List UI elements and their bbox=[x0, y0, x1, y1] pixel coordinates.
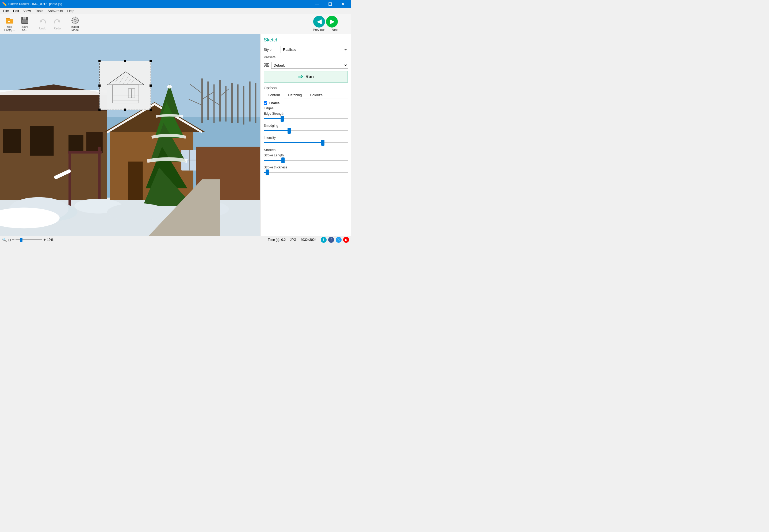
previous-label: Previous bbox=[313, 28, 325, 32]
presets-selector-row: Default Light Heavy Custom bbox=[264, 62, 348, 69]
toolbar-separator-1 bbox=[34, 17, 34, 30]
intensity-track[interactable] bbox=[264, 140, 348, 145]
stroke-length-slider-container: Stroke Length bbox=[264, 153, 348, 163]
panel-title: Sketch bbox=[264, 37, 348, 43]
menu-file[interactable]: File bbox=[1, 8, 11, 13]
edge-strength-slider-container: Edge Strength bbox=[264, 112, 348, 121]
menu-tools[interactable]: Tools bbox=[33, 8, 45, 13]
navigation-controls: ◀ ▶ Previous Next bbox=[313, 16, 338, 32]
run-label: Run bbox=[305, 74, 314, 79]
smudging-label: Smudging bbox=[264, 124, 348, 128]
svg-rect-64 bbox=[68, 151, 102, 154]
stroke-length-label: Stroke Length bbox=[264, 153, 348, 157]
svg-rect-43 bbox=[3, 129, 21, 153]
options-label: Options bbox=[264, 86, 348, 90]
zoom-out-icon[interactable]: 🔍 bbox=[2, 238, 7, 242]
handle-mid-left[interactable] bbox=[98, 84, 101, 87]
svg-rect-53 bbox=[128, 161, 143, 200]
window-controls: — ☐ ✕ bbox=[311, 0, 349, 8]
stroke-length-track[interactable] bbox=[264, 158, 348, 163]
resolution-label: 4032x3024 bbox=[301, 238, 316, 242]
youtube-button[interactable]: ▶ bbox=[343, 237, 349, 243]
close-button[interactable]: ✕ bbox=[337, 0, 349, 8]
smudging-track[interactable] bbox=[264, 128, 348, 133]
zoom-plus-icon[interactable]: + bbox=[43, 237, 46, 242]
handle-bottom-left[interactable] bbox=[98, 109, 101, 111]
zoom-area: 🔍 ⊟ − + 19% bbox=[2, 237, 53, 242]
svg-point-11 bbox=[74, 20, 76, 21]
edge-strength-label: Edge Strength bbox=[264, 112, 348, 115]
handle-bottom-mid[interactable] bbox=[124, 109, 126, 111]
svg-point-95 bbox=[265, 66, 266, 67]
add-files-button[interactable]: + AddFile(s)... bbox=[2, 15, 17, 33]
enable-checkbox[interactable] bbox=[264, 101, 267, 105]
svg-rect-73 bbox=[99, 61, 151, 110]
tab-hatching[interactable]: Hatching bbox=[284, 92, 306, 98]
batch-mode-label: BatchMode bbox=[71, 25, 79, 32]
twitter-button[interactable]: 𝕏 bbox=[336, 237, 341, 243]
redo-button[interactable]: Redo bbox=[51, 17, 64, 31]
add-files-label: AddFile(s)... bbox=[4, 25, 15, 32]
presets-row: Presets bbox=[264, 55, 348, 59]
intensity-slider-container: Intensity bbox=[264, 136, 348, 145]
sketch-preview bbox=[99, 61, 151, 110]
stroke-thickness-track[interactable] bbox=[264, 170, 348, 175]
intensity-label: Intensity bbox=[264, 136, 348, 140]
save-icon bbox=[21, 16, 29, 25]
menu-edit[interactable]: Edit bbox=[11, 8, 21, 13]
svg-point-93 bbox=[265, 63, 267, 64]
presets-select[interactable]: Default Light Heavy Custom bbox=[271, 62, 348, 69]
next-button[interactable]: ▶ bbox=[326, 16, 338, 28]
undo-button[interactable]: Undo bbox=[36, 17, 49, 31]
title-bar: ✏️ Sketch Drawer - IMG_0912~photo.jpg — … bbox=[0, 0, 351, 8]
svg-rect-44 bbox=[30, 126, 54, 156]
toolbar: + AddFile(s)... Saveas... Undo bbox=[0, 14, 351, 34]
style-label: Style bbox=[264, 48, 278, 52]
svg-rect-5 bbox=[24, 17, 25, 20]
window-title: Sketch Drawer - IMG_0912~photo.jpg bbox=[8, 2, 62, 6]
handle-bottom-right[interactable] bbox=[149, 109, 152, 111]
image-area[interactable] bbox=[0, 34, 260, 236]
enable-row: Enable bbox=[264, 101, 348, 105]
run-icon: ⇒ bbox=[298, 73, 303, 80]
handle-top-right[interactable] bbox=[149, 60, 152, 62]
edges-header: Edges bbox=[264, 106, 348, 110]
zoom-minus-icon[interactable]: − bbox=[12, 237, 14, 242]
status-right: Time (s): 0.2 JPG 4032x3024 ℹ f 𝕏 ▶ bbox=[265, 237, 349, 243]
zoom-slider[interactable] bbox=[16, 238, 42, 242]
social-buttons: ℹ f 𝕏 ▶ bbox=[321, 237, 349, 243]
previous-button[interactable]: ◀ bbox=[313, 16, 325, 28]
style-row: Style Realistic Pencil Charcoal Ink bbox=[264, 46, 348, 53]
stroke-thickness-label: Stroke thickness bbox=[264, 165, 348, 169]
handle-top-left[interactable] bbox=[98, 60, 101, 62]
edge-strength-track[interactable] bbox=[264, 116, 348, 121]
handle-top-mid[interactable] bbox=[124, 60, 126, 62]
tab-colorize[interactable]: Colorize bbox=[306, 92, 327, 98]
svg-rect-45 bbox=[68, 135, 83, 153]
thumbnail-icon[interactable]: ⊟ bbox=[8, 238, 11, 242]
tab-contour[interactable]: Contour bbox=[264, 92, 284, 98]
svg-point-70 bbox=[107, 203, 166, 221]
save-as-button[interactable]: Saveas... bbox=[18, 15, 32, 33]
folder-open-icon: + bbox=[5, 16, 14, 25]
svg-rect-15 bbox=[78, 20, 79, 21]
next-label: Next bbox=[332, 28, 338, 32]
info-button[interactable]: ℹ bbox=[321, 237, 326, 243]
svg-point-61 bbox=[167, 85, 172, 88]
menu-softorbits[interactable]: SoftOrbits bbox=[45, 8, 65, 13]
zoom-value: 19% bbox=[47, 238, 53, 242]
presets-label: Presets bbox=[264, 55, 275, 59]
menu-view[interactable]: View bbox=[21, 8, 33, 13]
run-button[interactable]: ⇒ Run bbox=[264, 71, 348, 83]
selection-box[interactable] bbox=[99, 61, 151, 110]
facebook-button[interactable]: f bbox=[328, 237, 334, 243]
svg-rect-12 bbox=[75, 17, 75, 18]
menu-help[interactable]: Help bbox=[65, 8, 76, 13]
maximize-button[interactable]: ☐ bbox=[324, 0, 336, 8]
minimize-button[interactable]: — bbox=[311, 0, 323, 8]
batch-mode-button[interactable]: BatchMode bbox=[68, 15, 82, 33]
handle-mid-right[interactable] bbox=[149, 84, 152, 87]
style-select[interactable]: Realistic Pencil Charcoal Ink bbox=[280, 46, 348, 53]
status-bar: 🔍 ⊟ − + 19% Time (s): 0.2 JPG 4032x3024 … bbox=[0, 236, 351, 243]
menu-bar: File Edit View Tools SoftOrbits Help bbox=[0, 8, 351, 14]
